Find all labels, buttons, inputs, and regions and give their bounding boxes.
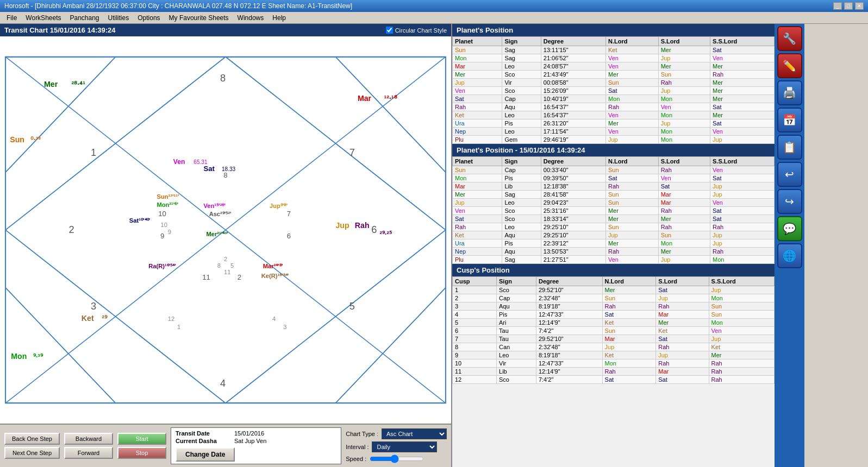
menu-worksheets[interactable]: WorkSheets xyxy=(21,13,65,23)
svg-text:Sat: Sat xyxy=(204,165,215,173)
next-one-step-button[interactable]: Next One Step xyxy=(4,447,60,459)
menu-file[interactable]: File xyxy=(2,13,21,23)
back-one-step-button[interactable]: Back One Step xyxy=(4,433,60,445)
svg-text:Mer: Mer xyxy=(44,80,58,89)
svg-text:2: 2 xyxy=(224,256,227,262)
degree-cell: 29:46'19" xyxy=(541,136,605,144)
speed-slider[interactable] xyxy=(370,455,424,463)
nlord-cell: Jup xyxy=(605,136,658,144)
sslord-cell: Ket xyxy=(709,343,774,351)
table-row: Ura Pis 26:31'20" Mer Jup Sat xyxy=(453,119,775,128)
planet-cell: Rah xyxy=(453,103,502,111)
sign-cell: Aqu xyxy=(502,103,541,111)
slord-cell: Jup xyxy=(656,294,709,302)
degree-cell: 29:04'23" xyxy=(541,199,605,207)
degree-cell: 29:25'10" xyxy=(541,231,605,239)
col-nlord-1: N.Lord xyxy=(605,37,658,46)
app-title-text: Horosoft - [Dhirubhi Ambani 28/12/1932 0… xyxy=(4,2,266,10)
interval-select[interactable]: Daily Weekly Monthly xyxy=(372,441,437,452)
nlord-cell: Ven xyxy=(605,54,658,62)
menu-options[interactable]: Options xyxy=(133,13,164,23)
table-row: 11 Lib 12:14'9" Rah Mar Rah xyxy=(453,368,775,376)
table-row: Ven Sco 15:26'09" Sat Jup Mer xyxy=(453,87,775,95)
right-sidebar: 🔧 ✏️ 🖨️ 📅 📋 ↩ ↪ 💬 🌐 xyxy=(775,24,804,467)
stop-button[interactable]: Stop xyxy=(117,447,166,459)
planet-cell: Plu xyxy=(453,256,502,264)
nlord-cell: Rah xyxy=(602,368,656,376)
sslord-cell: Sat xyxy=(710,103,775,111)
sign-cell: Leo xyxy=(497,351,536,359)
sslord-cell: Ven xyxy=(709,327,774,335)
svg-text:12: 12 xyxy=(168,315,174,322)
nlord-cell: Sun xyxy=(605,191,658,199)
backward-button[interactable]: Backward xyxy=(64,433,113,445)
table-row: 6 Tau 7:4'2" Sun Ket Ven xyxy=(453,327,775,335)
menu-utilities[interactable]: Utilities xyxy=(104,13,134,23)
minimize-button[interactable]: _ xyxy=(833,2,842,10)
chart-style-option[interactable]: Circular Chart Style xyxy=(386,27,447,34)
sslord-cell: Mer xyxy=(710,79,775,87)
close-button[interactable]: ✕ xyxy=(855,2,864,10)
planet-cell: Jup xyxy=(453,79,502,87)
back-icon[interactable]: ↩ xyxy=(777,162,802,187)
forward-button[interactable]: Forward xyxy=(64,447,113,459)
chat-icon[interactable]: 💬 xyxy=(777,216,802,241)
svg-text:8: 8 xyxy=(223,171,227,179)
sslord-cell: Jup xyxy=(709,335,774,343)
maximize-button[interactable]: □ xyxy=(844,2,853,10)
speed-label: Speed : xyxy=(346,456,366,462)
chart-type-select[interactable]: Asc Chart Moon Chart Sun Chart xyxy=(382,428,447,439)
cusp-cell: 7 xyxy=(453,335,497,343)
slord-cell: Mon xyxy=(658,111,710,119)
calendar-icon[interactable]: 📅 xyxy=(777,108,802,132)
planet-cell: Mon xyxy=(453,54,502,62)
cusp-cell: 10 xyxy=(453,359,497,368)
svg-text:Ket: Ket xyxy=(82,314,94,323)
interval-label: Interval : xyxy=(346,444,369,450)
cusps-position-body: 1 Sco 29:52'10" Mer Sat Jup 2 Cap 2:32'4… xyxy=(453,286,775,384)
menu-windows[interactable]: Windows xyxy=(233,13,268,23)
sign-cell: Pis xyxy=(502,119,541,128)
slord-cell: Rah xyxy=(656,359,709,368)
circular-style-checkbox[interactable] xyxy=(386,27,393,34)
planet-cell: Jup xyxy=(453,199,502,207)
sign-cell: Cap xyxy=(502,95,541,103)
slord-cell: Sun xyxy=(658,231,710,239)
chart-type-label: Chart Type : xyxy=(346,431,378,437)
col-nlord-2: N.Lord xyxy=(605,157,658,166)
forward-icon[interactable]: ↪ xyxy=(777,189,802,214)
svg-text:4: 4 xyxy=(272,315,276,322)
window-controls: _ □ ✕ xyxy=(833,2,864,10)
main-content: Transit Chart 15/01/2016 14:39:24 Circul… xyxy=(0,24,868,467)
sslord-cell: Sat xyxy=(710,174,775,182)
degree-cell: 7:4'2" xyxy=(536,327,602,335)
table-row: Ket Aqu 29:25'10" Jup Sun Jup xyxy=(453,231,775,239)
notes-icon[interactable]: 📋 xyxy=(777,135,802,160)
table-row: Mer Sco 21:43'49" Mer Sun Rah xyxy=(453,71,775,79)
table-row: Rah Leo 29:25'10" Sun Rah Rah xyxy=(453,223,775,231)
house-6-label: 6 xyxy=(371,224,377,235)
sslord-cell: Jup xyxy=(710,231,775,239)
menu-panchang[interactable]: Panchang xyxy=(65,13,103,23)
network-icon[interactable]: 🌐 xyxy=(777,243,802,268)
sslord-cell: Ven xyxy=(710,54,775,62)
playback-buttons: Backward Forward xyxy=(64,433,113,459)
col-slord-1: S.Lord xyxy=(658,37,710,46)
svg-text:Jup⁰'⁸': Jup⁰'⁸' xyxy=(270,203,288,209)
sslord-cell: Mer xyxy=(709,351,774,359)
change-date-button[interactable]: Change Date xyxy=(176,447,235,462)
chart-area: 8 7 6 5 4 3 2 1 10 9 7 6 xyxy=(0,36,451,424)
menu-favourite[interactable]: My Favourite Sheets xyxy=(165,13,233,23)
degree-cell: 10:40'19" xyxy=(541,95,605,103)
nlord-cell: Mar xyxy=(602,335,656,343)
start-button[interactable]: Start xyxy=(117,433,166,445)
nlord-cell: Rah xyxy=(602,302,656,311)
sign-cell: Ari xyxy=(497,319,536,327)
tools-icon[interactable]: 🔧 xyxy=(777,26,802,51)
menu-help[interactable]: Help xyxy=(268,13,290,23)
sign-cell: Sco xyxy=(502,215,541,223)
degree-cell: 7:4'2" xyxy=(536,376,602,384)
edit-icon[interactable]: ✏️ xyxy=(777,53,802,78)
slord-cell: Jup xyxy=(658,54,710,62)
print-icon[interactable]: 🖨️ xyxy=(777,80,802,105)
